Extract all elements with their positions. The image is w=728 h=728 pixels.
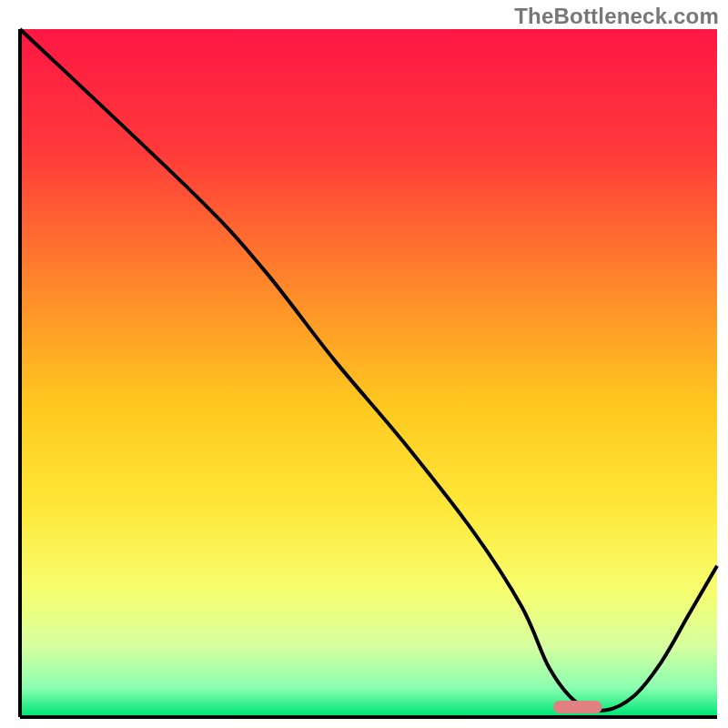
watermark-label: TheBottleneck.com (514, 4, 719, 29)
bottleneck-chart (0, 0, 728, 728)
plot-area (22, 29, 717, 715)
optimal-marker (553, 701, 602, 713)
